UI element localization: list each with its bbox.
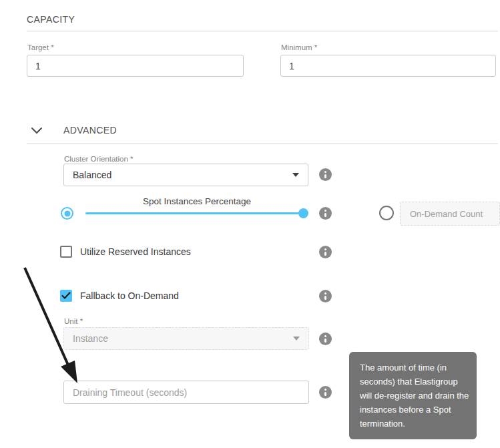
unit-info-icon[interactable] xyxy=(319,332,332,345)
tooltip-text-line: The amount of time (in xyxy=(360,361,466,375)
unit-select[interactable]: Instance xyxy=(63,327,309,350)
utilize-reserved-checkbox[interactable] xyxy=(60,246,72,258)
draining-timeout-tooltip: The amount of time (in seconds) that Ela… xyxy=(349,352,477,439)
cluster-orientation-info-icon[interactable] xyxy=(319,168,332,181)
fallback-on-demand-info-icon[interactable] xyxy=(319,290,332,302)
tooltip-text-line: will de-register and drain the xyxy=(360,389,466,403)
tooltip-text-line: instances before a Spot xyxy=(360,403,466,417)
capacity-divider xyxy=(27,31,498,31)
target-input[interactable] xyxy=(27,55,244,77)
fallback-on-demand-label: Fallback to On-Demand xyxy=(80,290,179,301)
spot-instances-percentage-label: Spot Instances Percentage xyxy=(85,196,308,206)
on-demand-count-radio[interactable] xyxy=(379,206,394,220)
utilize-reserved-label: Utilize Reserved Instances xyxy=(80,246,191,257)
advanced-section-title: ADVANCED xyxy=(63,125,117,136)
fallback-on-demand-checkbox[interactable] xyxy=(60,290,72,302)
dropdown-caret-icon xyxy=(293,337,300,341)
on-demand-count-input[interactable] xyxy=(400,202,500,226)
unit-label: Unit * xyxy=(64,317,83,325)
tooltip-text-line: seconds) that Elastigroup xyxy=(360,375,466,389)
tooltip-text-line: termination. xyxy=(360,417,466,431)
target-label: Target * xyxy=(27,43,54,51)
advanced-collapse-toggle[interactable] xyxy=(31,126,43,134)
minimum-input[interactable] xyxy=(280,55,496,77)
utilize-reserved-info-icon[interactable] xyxy=(319,246,332,258)
advanced-divider xyxy=(27,144,498,144)
spot-percentage-slider-thumb[interactable] xyxy=(298,208,308,218)
cluster-orientation-value: Balanced xyxy=(73,170,292,180)
spot-percentage-radio[interactable] xyxy=(61,207,73,220)
spot-percentage-slider-track[interactable] xyxy=(85,212,300,214)
unit-value: Instance xyxy=(73,333,293,344)
draining-timeout-input[interactable] xyxy=(63,381,309,404)
elastigroup-capacity-form: CAPACITY Target * Minimum * ADVANCED Clu… xyxy=(0,0,500,448)
spot-percentage-info-icon[interactable] xyxy=(319,207,332,220)
minimum-label: Minimum * xyxy=(281,43,317,51)
cluster-orientation-select[interactable]: Balanced xyxy=(63,164,308,186)
capacity-section-title: CAPACITY xyxy=(27,14,75,25)
draining-timeout-info-icon[interactable] xyxy=(319,386,332,399)
chevron-down-icon xyxy=(31,127,43,135)
checkmark-icon xyxy=(61,292,71,300)
dropdown-caret-icon xyxy=(292,173,299,177)
cluster-orientation-label: Cluster Orientation * xyxy=(64,155,134,163)
